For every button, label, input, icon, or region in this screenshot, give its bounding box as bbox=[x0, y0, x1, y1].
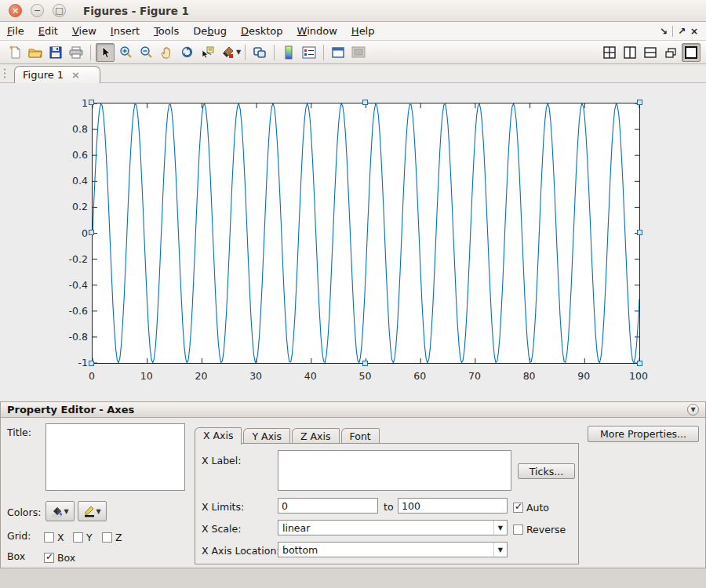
x-tick-label: 90 bbox=[577, 370, 590, 382]
tab-drag-handle[interactable] bbox=[3, 67, 6, 80]
rotate-3d-button[interactable] bbox=[177, 43, 196, 62]
zoom-out-button[interactable] bbox=[136, 43, 155, 62]
dock-figure-icon[interactable]: ↘ bbox=[660, 26, 668, 37]
selection-handle[interactable] bbox=[89, 361, 94, 366]
x-limits-max-input[interactable] bbox=[398, 498, 508, 514]
tab-font[interactable]: Font bbox=[341, 428, 380, 444]
layout-rows-button[interactable] bbox=[641, 43, 660, 62]
menu-help[interactable]: Help bbox=[344, 23, 382, 39]
x-tick-label: 40 bbox=[304, 370, 317, 382]
x-scale-dropdown[interactable]: linear ▼ bbox=[278, 520, 508, 535]
grid-x-checkbox[interactable]: X bbox=[44, 529, 64, 544]
grid-z-checkbox[interactable]: Z bbox=[102, 529, 122, 544]
tab-close-icon[interactable]: × bbox=[71, 69, 80, 81]
more-properties-button[interactable]: More Properties... bbox=[588, 426, 699, 442]
plot-axes[interactable] bbox=[92, 103, 640, 364]
sine-wave-plot bbox=[93, 103, 639, 363]
dropdown-arrow-icon: ▼ bbox=[493, 543, 507, 557]
insert-colorbar-button[interactable] bbox=[279, 43, 298, 62]
tab-y-axis[interactable]: Y Axis bbox=[243, 428, 290, 444]
x-limits-auto-checkbox[interactable]: Auto bbox=[513, 499, 549, 514]
y-axis-tick-labels: -1-0.8-0.6-0.4-0.200.20.40.60.81 bbox=[31, 103, 88, 364]
layout-columns-icon bbox=[624, 46, 636, 59]
hide-plot-tools-button[interactable] bbox=[329, 43, 348, 62]
zoom-in-button[interactable] bbox=[116, 43, 135, 62]
open-folder-icon bbox=[28, 46, 42, 59]
menu-debug[interactable]: Debug bbox=[186, 23, 234, 39]
tab-figure-1[interactable]: Figure 1 × bbox=[14, 66, 100, 83]
selection-handle[interactable] bbox=[89, 230, 94, 235]
menu-file[interactable]: File bbox=[0, 23, 31, 39]
tab-z-axis[interactable]: Z Axis bbox=[292, 428, 339, 444]
menu-insert[interactable]: Insert bbox=[104, 23, 147, 39]
window-maximize-button[interactable]: □ bbox=[53, 4, 66, 17]
y-tick-label: 0.8 bbox=[72, 123, 88, 135]
y-tick-label: 0.4 bbox=[72, 175, 88, 187]
selection-handle[interactable] bbox=[362, 361, 368, 366]
grid-y-checkbox[interactable]: Y bbox=[73, 529, 93, 544]
open-file-button[interactable] bbox=[26, 43, 45, 62]
window-bottom-strip bbox=[0, 569, 706, 588]
hide-plot-tools-icon bbox=[332, 47, 344, 58]
pan-button[interactable] bbox=[157, 43, 176, 62]
figure-canvas[interactable]: 0102030405060708090100 -1-0.8-0.6-0.4-0.… bbox=[0, 83, 706, 401]
figures-window: × − □ Figures - Figure 1 File Edit View … bbox=[0, 0, 706, 588]
menu-view[interactable]: View bbox=[65, 23, 104, 39]
x-limits-min-input[interactable] bbox=[278, 498, 378, 514]
property-editor-header[interactable]: Property Editor - Axes ▼ bbox=[1, 402, 705, 418]
tab-x-axis[interactable]: X Axis bbox=[195, 427, 242, 445]
show-plot-tools-button[interactable] bbox=[349, 43, 368, 62]
toolbar-separator bbox=[274, 45, 275, 60]
selection-handle[interactable] bbox=[362, 100, 368, 105]
x-label-input[interactable] bbox=[278, 450, 511, 491]
link-plots-button[interactable] bbox=[250, 43, 269, 62]
save-figure-button[interactable] bbox=[46, 43, 65, 62]
fill-color-caret: ▼ bbox=[64, 508, 68, 515]
menu-bar: File Edit View Insert Tools Debug Deskto… bbox=[0, 22, 706, 41]
box-checkbox[interactable]: Box bbox=[44, 550, 75, 564]
new-figure-button[interactable] bbox=[5, 43, 24, 62]
selection-handle[interactable] bbox=[637, 361, 642, 366]
data-cursor-button[interactable] bbox=[198, 43, 217, 62]
toolbar-separator bbox=[323, 45, 324, 60]
sine-line[interactable] bbox=[93, 103, 639, 363]
dropdown-arrow-icon: ▼ bbox=[493, 521, 507, 535]
window-close-button[interactable]: × bbox=[9, 4, 22, 17]
window-minimize-button[interactable]: − bbox=[31, 4, 44, 17]
layout-float-button[interactable] bbox=[661, 43, 680, 62]
x-reverse-checkbox[interactable]: Reverse bbox=[513, 521, 566, 536]
brush-data-button[interactable] bbox=[218, 43, 237, 62]
menu-window[interactable]: Window bbox=[290, 23, 344, 39]
ticks-button[interactable]: Ticks... bbox=[518, 463, 575, 479]
pointer-button[interactable] bbox=[96, 43, 115, 62]
brush-dropdown-caret[interactable]: ▼ bbox=[236, 49, 241, 56]
menu-desktop[interactable]: Desktop bbox=[234, 23, 290, 39]
layout-columns-button[interactable] bbox=[620, 43, 639, 62]
menu-tools[interactable]: Tools bbox=[147, 23, 186, 39]
toolbar-separator bbox=[245, 45, 246, 60]
property-editor-title: Property Editor - Axes bbox=[7, 404, 134, 416]
y-tick-label: -1 bbox=[78, 357, 88, 368]
title-input[interactable] bbox=[45, 423, 185, 491]
y-tick-label: 0.2 bbox=[72, 201, 88, 212]
close-figure-icon[interactable]: × bbox=[690, 26, 698, 37]
menubar-separator bbox=[672, 26, 673, 37]
zoom-out-icon bbox=[140, 45, 153, 59]
selection-handle[interactable] bbox=[637, 230, 642, 235]
x-axis-tick-labels: 0102030405060708090100 bbox=[92, 370, 640, 384]
line-color-button[interactable]: ▼ bbox=[78, 501, 107, 521]
menu-edit[interactable]: Edit bbox=[31, 23, 65, 39]
insert-legend-button[interactable] bbox=[300, 43, 318, 62]
collapse-panel-icon[interactable]: ▼ bbox=[687, 404, 699, 416]
y-tick-label: 0 bbox=[82, 227, 88, 238]
title-label: Title: bbox=[7, 426, 31, 438]
layout-maximized-button[interactable] bbox=[682, 43, 701, 62]
undock-icon[interactable]: ↗ bbox=[678, 26, 686, 37]
selection-handle[interactable] bbox=[89, 100, 94, 105]
x-axis-location-dropdown[interactable]: bottom ▼ bbox=[278, 542, 508, 557]
line-color-caret: ▼ bbox=[96, 508, 100, 515]
layout-grid-button[interactable] bbox=[600, 43, 619, 62]
fill-color-button[interactable]: ▼ bbox=[45, 501, 75, 521]
print-figure-button[interactable] bbox=[67, 43, 86, 62]
selection-handle[interactable] bbox=[637, 100, 642, 105]
